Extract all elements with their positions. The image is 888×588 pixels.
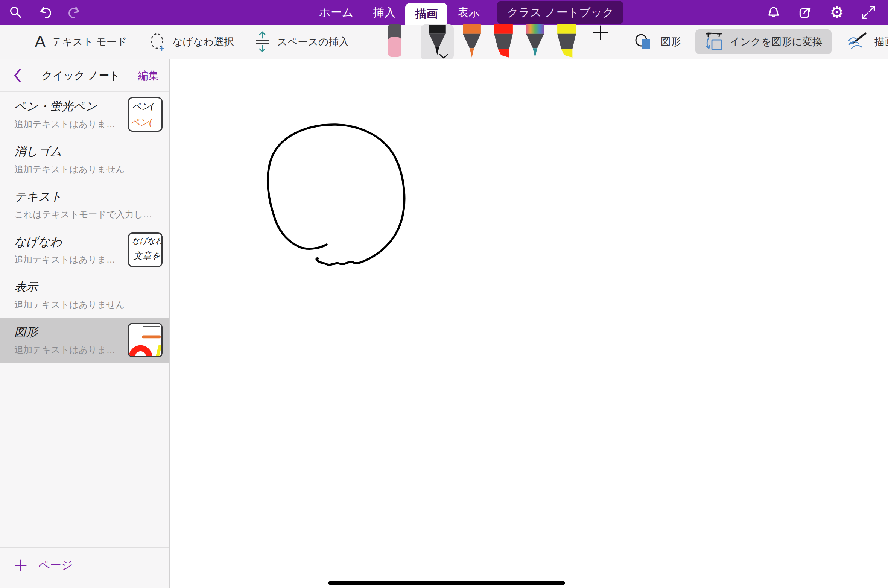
page-subtitle: 追加テキストはありません [14, 163, 163, 175]
red-highlighter-icon [493, 24, 514, 58]
page-row-text: 表示 追加テキストはありません [14, 279, 163, 311]
fullscreen-button[interactable] [859, 3, 878, 22]
search-button[interactable] [6, 3, 26, 22]
plus-icon [592, 24, 609, 41]
bell-icon [766, 5, 781, 20]
page-row-shapes-selected[interactable]: 図形 追加テキストはありま… [0, 318, 169, 363]
page-row-eraser[interactable]: 消しゴム 追加テキストはありません [0, 137, 169, 182]
sidebar-header: クイック ノート 編集 [0, 59, 169, 92]
thumbnail-shapes-drawing [129, 324, 161, 356]
page-row-text: 消しゴム 追加テキストはありません [14, 144, 163, 175]
page-row-text: なげなわ 追加テキストはありま… [14, 234, 128, 266]
page-title-ink: 表示 [14, 279, 163, 295]
pen-tray-divider [415, 24, 415, 58]
eraser-icon [386, 24, 403, 58]
page-row-lasso[interactable]: なげなわ 追加テキストはありま… なげなわ 文章を [0, 227, 169, 272]
page-title-ink: テキスト [14, 189, 163, 205]
lasso-icon [148, 32, 166, 52]
draw-mode-hand-pen-icon [847, 32, 868, 52]
pen-tray [381, 24, 609, 59]
notebook-section-title: クイック ノート [28, 68, 134, 83]
page-row-view[interactable]: 表示 追加テキストはありません [0, 272, 169, 318]
galaxy-pen-icon [525, 24, 546, 58]
ribbon-tabs: ホーム 挿入 描画 表示 クラス ノートブック [309, 0, 623, 25]
thumb-ink-text: ペン( [129, 98, 161, 112]
page-row-text: 図形 追加テキストはありま… [14, 324, 128, 356]
page-title-ink: 図形 [14, 324, 128, 340]
top-app-bar: ホーム 挿入 描画 表示 クラス ノートブック ⚙ [0, 0, 888, 25]
drawing-canvas[interactable] [170, 59, 888, 588]
expand-icon [861, 5, 876, 20]
redo-icon [67, 5, 82, 20]
chevron-left-icon [13, 68, 21, 83]
page-thumbnail: ペン( ペン( [128, 97, 163, 132]
thumb-ink-text: なげなわ [129, 234, 161, 246]
undo-icon [38, 5, 53, 20]
edit-button[interactable]: 編集 [134, 68, 163, 83]
text-mode-label: テキスト モード [52, 35, 127, 49]
back-button[interactable] [7, 65, 28, 86]
settings-button[interactable]: ⚙ [827, 3, 847, 22]
lasso-select-button[interactable]: なげなわ選択 [148, 32, 234, 52]
shapes-label: 図形 [661, 35, 681, 49]
main-area: クイック ノート 編集 ペン・蛍光ペン 追加テキストはありま… ペン( ペン( … [0, 59, 888, 588]
yellow-highlighter-icon [556, 24, 577, 58]
page-thumbnail [128, 323, 163, 357]
add-pen-button[interactable] [592, 24, 609, 41]
ink-to-shape-icon [704, 32, 724, 52]
draw-mode-button[interactable]: 描画モード [847, 32, 888, 52]
tab-class-notebook[interactable]: クラス ノートブック [497, 1, 623, 24]
page-title-ink: なげなわ [14, 234, 128, 250]
page-list-sidebar: クイック ノート 編集 ペン・蛍光ペン 追加テキストはありま… ペン( ペン( … [0, 59, 170, 588]
share-icon [798, 5, 812, 20]
black-pen-tool-selected[interactable] [421, 24, 454, 60]
insert-space-icon [254, 31, 271, 52]
orange-pen-tool[interactable] [461, 24, 482, 59]
page-subtitle: 追加テキストはありま… [14, 254, 128, 266]
search-icon [9, 6, 23, 19]
notifications-button[interactable] [764, 3, 783, 22]
thumb-ink-text: 文章を [129, 246, 161, 262]
text-mode-button[interactable]: A テキスト モード [35, 32, 127, 51]
undo-button[interactable] [35, 3, 55, 22]
shapes-button[interactable]: 図形 [634, 33, 681, 50]
eraser-tool[interactable] [386, 24, 403, 60]
page-subtitle: これはテキストモードで入力し… [14, 208, 163, 220]
insert-space-label: スペースの挿入 [277, 35, 349, 49]
thumb-ink-text-orange: ペン( [129, 112, 161, 128]
shapes-icon [634, 33, 655, 50]
home-indicator[interactable] [328, 581, 565, 585]
tab-view[interactable]: 表示 [447, 0, 490, 25]
insert-space-button[interactable]: スペースの挿入 [254, 31, 349, 52]
text-mode-icon: A [35, 32, 46, 51]
page-title-ink: 消しゴム [14, 144, 163, 160]
red-highlighter-tool[interactable] [493, 24, 514, 59]
lasso-label: なげなわ選択 [172, 35, 234, 49]
ink-layer [170, 59, 888, 588]
tab-home[interactable]: ホーム [309, 0, 363, 25]
page-thumbnail: なげなわ 文章を [128, 232, 163, 267]
page-subtitle: 追加テキストはありま… [14, 118, 128, 130]
plus-icon [14, 559, 27, 572]
ink-to-shape-toggle[interactable]: インクを図形に変換 [695, 29, 832, 54]
page-row-text: ペン・蛍光ペン 追加テキストはありま… [14, 99, 128, 130]
gear-icon: ⚙ [830, 5, 844, 20]
galaxy-pen-tool[interactable] [525, 24, 546, 59]
page-row-pen-highlighter[interactable]: ペン・蛍光ペン 追加テキストはありま… ペン( ペン( [0, 92, 169, 137]
topbar-right-icons: ⚙ [764, 0, 878, 25]
page-row-text: テキスト これはテキストモードで入力し… [14, 189, 163, 220]
yellow-highlighter-tool[interactable] [556, 24, 577, 59]
page-row-text-mode[interactable]: テキスト これはテキストモードで入力し… [0, 182, 169, 227]
page-subtitle: 追加テキストはありま… [14, 344, 128, 356]
chevron-down-icon [439, 54, 449, 59]
tab-insert[interactable]: 挿入 [363, 0, 405, 25]
redo-button[interactable] [65, 3, 84, 22]
hand-drawn-circle-stroke [268, 125, 404, 265]
share-button[interactable] [795, 3, 815, 22]
draw-mode-label: 描画モード [874, 35, 888, 49]
tab-draw[interactable]: 描画 [405, 3, 447, 25]
add-page-button[interactable]: ページ [0, 547, 169, 588]
draw-ribbon: A テキスト モード なげなわ選択 スペースの挿入 [0, 25, 888, 59]
black-pen-icon [427, 25, 448, 55]
orange-pen-icon [461, 24, 482, 58]
